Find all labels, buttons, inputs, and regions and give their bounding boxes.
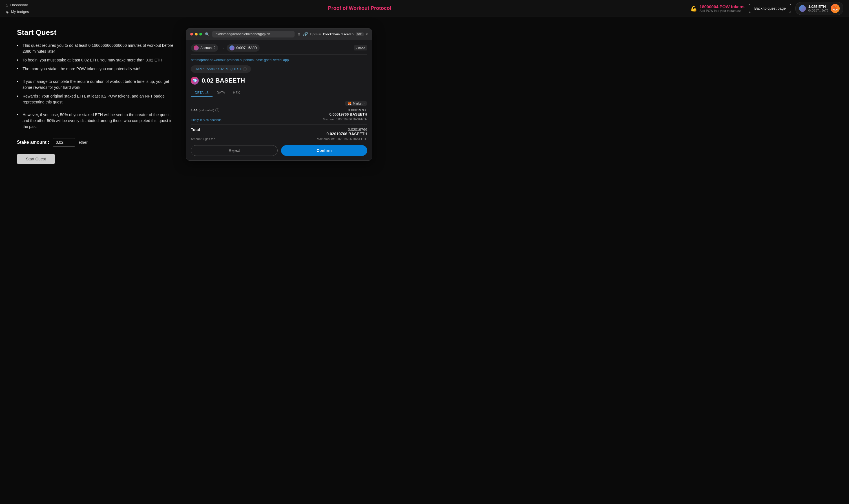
dot-maximize[interactable] — [199, 33, 202, 36]
mm-maxfee: Max fee: 0.00019766 BASEETH — [323, 118, 367, 122]
mm-site-url[interactable]: https://proof-of-workout-protocol-supaha… — [191, 58, 367, 62]
browser-dots — [190, 33, 202, 36]
mm-gas-info-icon: i — [215, 108, 219, 112]
mm-to-label: 0x097...5A8D — [236, 46, 257, 50]
share-icon[interactable]: ⬆ — [297, 32, 301, 36]
nav-left: ⌂ Dashboard ◈ My badges — [6, 2, 29, 15]
mm-arrow-icon: → — [220, 46, 224, 50]
main-content: Start Quest This quest requires you to d… — [0, 17, 849, 175]
right-panel: 🔍 ⬆ 🔗 Open in Blockchain research ⌘O ▾ — [186, 28, 372, 164]
bullet-2: To begin, you must stake at least 0.02 E… — [17, 57, 175, 63]
mm-to-avatar — [230, 46, 235, 51]
mm-total-baseeth: 0.02019766 BASEETH — [326, 132, 367, 136]
pow-amount: 18000004 POW tokens — [700, 4, 744, 9]
mm-tabs: DETAILS DATA HEX — [191, 89, 367, 97]
mm-chevron-icon: › — [364, 102, 364, 105]
start-quest-title: Start Quest — [17, 28, 175, 37]
mm-header: Account 2 → 0x097...5A8D • Base — [191, 44, 367, 55]
stake-row: Stake amount : ether — [17, 138, 175, 147]
mm-gas-eth: 0.00019766 — [329, 108, 367, 112]
bullet-6: However, if you lose, 50% of your staked… — [17, 112, 175, 130]
url-bar[interactable] — [212, 31, 294, 37]
stake-label: Stake amount : — [17, 140, 49, 145]
browser-bar: 🔍 ⬆ 🔗 Open in Blockchain research ⌘O ▾ — [186, 29, 372, 40]
sidebar-item-badges[interactable]: ◈ My badges — [6, 9, 29, 15]
mm-contract-addr: 0x097...5A8D : START QUEST — [195, 67, 241, 71]
avatar: 🦊 — [831, 4, 840, 13]
badge-icon: ◈ — [6, 10, 9, 14]
open-in-kbd: ⌘O — [356, 32, 364, 36]
pow-icon: 💪 — [690, 5, 697, 12]
left-panel: Start Quest This quest requires you to d… — [17, 28, 175, 164]
dot-minimize[interactable] — [195, 33, 198, 36]
dashboard-label: Dashboard — [10, 3, 28, 7]
mm-amount-row: 💎 0.02 BASEETH — [191, 77, 367, 85]
wallet-info: 1.085 ETH 0xD187...3e76 — [808, 4, 828, 12]
mm-gas-footer: Likely in < 30 seconds Max fee: 0.000197… — [191, 118, 367, 122]
pow-tokens-block[interactable]: 💪 18000004 POW tokens Add POW into your … — [690, 4, 744, 13]
metamask-content: Account 2 → 0x097...5A8D • Base https://… — [186, 40, 372, 160]
mm-likely-label: Likely in < 30 seconds — [191, 118, 221, 122]
stake-input[interactable] — [53, 138, 75, 147]
mm-tab-hex[interactable]: HEX — [229, 89, 244, 97]
bullet-4: If you manage to complete the require du… — [17, 79, 175, 90]
mm-total-eth: 0.02019766 — [326, 127, 367, 132]
mm-market-link: 🦊 Market › — [191, 101, 367, 106]
badges-label: My badges — [11, 10, 29, 14]
mm-market-badge[interactable]: 🦊 Market › — [345, 101, 367, 106]
mm-market-label: Market — [353, 102, 362, 105]
bullet-5: Rewards : Your original staked ETH, at l… — [17, 93, 175, 105]
mm-amount-text: 0.02 BASEETH — [201, 77, 245, 84]
bullet-3: The more you stake, the more POW tokens … — [17, 66, 175, 72]
home-icon: ⌂ — [6, 3, 8, 7]
mm-max-amount: Max amount: 0.02019766 BASEETH — [317, 137, 367, 141]
metamask-popup: 🔍 ⬆ 🔗 Open in Blockchain research ⌘O ▾ — [186, 28, 372, 161]
nav-right: 💪 18000004 POW tokens Add POW into your … — [690, 2, 843, 15]
bullet-1: This quest requires you to do at least 0… — [17, 42, 175, 54]
mm-gas-values: 0.00019766 0.00019766 BASEETH — [329, 108, 367, 116]
chevron-down-icon[interactable]: ▾ — [366, 32, 368, 36]
dot-close[interactable] — [190, 33, 193, 36]
link-icon[interactable]: 🔗 — [303, 32, 308, 36]
mm-eth-icon: 💎 — [191, 77, 199, 85]
search-icon: 🔍 — [205, 32, 210, 36]
quest-bullets-2: If you manage to complete the require du… — [17, 79, 175, 105]
mm-contract-badge: 0x097...5A8D : START QUEST i — [191, 66, 251, 73]
mm-info-icon: i — [243, 67, 247, 71]
mm-buttons: Reject Confirm — [191, 145, 367, 156]
mm-confirm-button[interactable]: Confirm — [281, 145, 367, 156]
mm-gas-baseeth: 0.00019766 BASEETH — [329, 112, 367, 116]
start-quest-button[interactable]: Start Quest — [17, 154, 55, 164]
stake-unit: ether — [79, 140, 88, 145]
navbar: ⌂ Dashboard ◈ My badges Proof of Workout… — [0, 0, 849, 17]
market-icon: 🦊 — [347, 102, 352, 105]
mm-accounts: Account 2 → 0x097...5A8D — [191, 44, 259, 52]
mm-account-from: Account 2 — [191, 44, 218, 52]
mm-base-badge: • Base — [354, 46, 367, 51]
sidebar-item-dashboard[interactable]: ⌂ Dashboard — [6, 2, 29, 8]
quest-bullets-3: However, if you lose, 50% of your staked… — [17, 112, 175, 130]
mm-total-values: 0.02019766 0.02019766 BASEETH — [326, 127, 367, 136]
back-to-quest-button[interactable]: Back to quest page — [749, 4, 791, 13]
mm-gas-row: Gas (estimated) i 0.00019766 0.00019766 … — [191, 108, 367, 116]
mm-account-to: 0x097...5A8D — [227, 44, 259, 52]
open-in-link[interactable]: Blockchain research — [323, 32, 354, 36]
browser-actions: ⬆ 🔗 Open in Blockchain research ⌘O ▾ — [297, 32, 368, 36]
pow-sub: Add POW into your metamask — [700, 9, 744, 13]
wallet-block[interactable]: 1.085 ETH 0xD187...3e76 🦊 — [795, 2, 843, 15]
mm-tab-data[interactable]: DATA — [213, 89, 229, 97]
quest-bullets: This quest requires you to do at least 0… — [17, 42, 175, 72]
mm-from-label: Account 2 — [200, 46, 215, 50]
mm-gas-label: Gas (estimated) i — [191, 108, 219, 112]
mm-reject-button[interactable]: Reject — [191, 145, 278, 156]
mm-total-label: Total — [191, 127, 200, 132]
pow-info: 18000004 POW tokens Add POW into your me… — [700, 4, 744, 13]
mm-divider — [191, 124, 367, 125]
wallet-address: 0xD187...3e76 — [808, 9, 828, 12]
wallet-eth: 1.085 ETH — [808, 4, 828, 9]
mm-tab-details[interactable]: DETAILS — [191, 89, 213, 97]
mm-from-avatar — [194, 46, 199, 51]
mm-amount-gas-label: Amount + gas fee — [191, 137, 215, 141]
mm-gas-section: 🦊 Market › Gas (estimated) i 0.00019766 — [191, 101, 367, 122]
mm-amount-gas-row: Amount + gas fee Max amount: 0.02019766 … — [191, 137, 367, 141]
